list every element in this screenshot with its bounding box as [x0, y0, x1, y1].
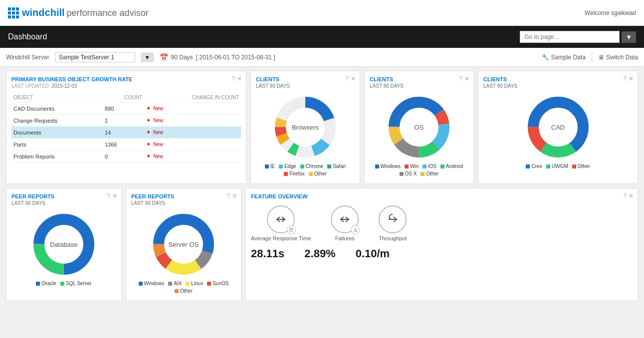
switch-data-button[interactable]: 🖥 Switch Data	[598, 54, 638, 61]
logo-subtitle: performance advisor	[67, 8, 149, 18]
help-icon-browsers[interactable]: ?	[345, 75, 349, 82]
cad-legend: CreoUWGMOther	[526, 164, 590, 169]
legend-item: IE	[265, 164, 275, 169]
feature-items: ⏱ Average Response Time ⚠ Failures Throu…	[251, 205, 633, 241]
col-change: CHANGE IN COUNT	[144, 93, 241, 103]
goto-input[interactable]	[520, 31, 620, 43]
new-star-icon: ✦	[146, 129, 151, 135]
browsers-donut: Browsers	[273, 95, 338, 160]
close-icon-browsers[interactable]: ✕	[351, 75, 356, 82]
db-legend: OracleSQL Server	[36, 281, 91, 286]
object-change: ✦ New	[144, 151, 241, 163]
object-count: 0	[103, 151, 144, 163]
legend-item: OS X	[400, 171, 417, 176]
feature-item-label: Failures	[335, 235, 355, 241]
clients-cad-panel: ? ✕ CLIENTS LAST 90 DAYS CAD CreoUWGMOth…	[478, 71, 638, 184]
feature-item-value: 2.89%	[304, 247, 335, 260]
legend-item: SQL Server	[60, 281, 92, 286]
table-row: CAD Documents 890 ✦ New	[11, 103, 241, 115]
new-badge: New	[153, 118, 163, 123]
new-badge: New	[153, 142, 163, 147]
os-legend: WindowsWiniOSAndroidOS XOther	[370, 164, 468, 176]
logo-area: windchill performance advisor	[8, 7, 149, 18]
clients-browsers-subtitle: LAST 90 DAYS	[256, 83, 355, 89]
object-count: 14	[103, 127, 144, 139]
os-donut-container: OS WindowsWiniOSAndroidOS XOther	[370, 93, 468, 178]
legend-item: Firefox	[284, 171, 305, 176]
os-donut: OS	[387, 95, 451, 160]
feature-item: ⏱ Average Response Time	[251, 205, 311, 241]
db-donut-container: Database OracleSQL Server	[11, 210, 116, 288]
sos-legend: WindowsAIXLinuxSunOSOther	[131, 281, 236, 294]
feature-item-label: Throughput	[379, 235, 407, 241]
legend-item: Linux	[186, 281, 203, 286]
object-change: ✦ New	[144, 115, 241, 127]
peer-sos-title: PEER REPORTS	[131, 193, 236, 199]
sos-donut-container: Server OS WindowsAIXLinuxSunOSOther	[131, 210, 236, 296]
legend-item: Safari	[327, 164, 346, 169]
cad-donut-container: CAD CreoUWGMOther	[483, 93, 633, 171]
avg-response-icon: ⏱	[267, 205, 295, 233]
close-icon-cad[interactable]: ✕	[629, 75, 634, 82]
peer-db-subtitle: LAST 90 DAYS	[11, 200, 116, 206]
growth-table: OBJECT COUNT CHANGE IN COUNT CAD Documen…	[11, 93, 241, 163]
help-icon-feature[interactable]: ?	[623, 192, 627, 199]
legend-item: Creo	[526, 164, 542, 169]
close-icon-db[interactable]: ✕	[112, 192, 117, 199]
legend-item: iOS	[423, 164, 436, 169]
feature-values: 28.11s2.89%0.10/m	[251, 247, 633, 260]
clients-os-subtitle: LAST 90 DAYS	[370, 83, 468, 89]
primary-growth-panel: ? ✕ PRIMARY BUSINESS OBJECT GROWTH RATE …	[6, 71, 246, 184]
legend-item: Other	[175, 288, 193, 294]
help-icon-sos[interactable]: ?	[226, 192, 230, 199]
clients-cad-title: CLIENTS	[483, 76, 633, 82]
clients-os-title: CLIENTS	[370, 76, 468, 82]
object-change: ✦ New	[144, 103, 241, 115]
goto-dropdown-button[interactable]: ▼	[622, 31, 636, 43]
server-name-input[interactable]	[55, 52, 135, 62]
browsers-donut-container: Browsers IEEdgeChromeSafariFirefoxOther	[256, 93, 355, 178]
close-icon-os[interactable]: ✕	[464, 75, 469, 82]
new-badge: New	[153, 106, 163, 111]
object-name: Documents	[11, 127, 103, 139]
clients-browsers-title: CLIENTS	[256, 76, 355, 82]
feature-item-value: 0.10/m	[356, 247, 390, 260]
close-icon-sos[interactable]: ✕	[232, 192, 237, 199]
feature-title: FEATURE OVERVIEW	[251, 193, 633, 199]
object-count: 1366	[103, 139, 144, 151]
help-icon-db[interactable]: ?	[107, 192, 110, 199]
feature-overview-panel: ? ✕ FEATURE OVERVIEW ⏱ Average Response …	[245, 188, 638, 301]
legend-item: Windows	[375, 164, 401, 169]
calendar-icon: 📅	[160, 53, 168, 61]
help-icon-os[interactable]: ?	[459, 75, 462, 82]
legend-item: Other	[421, 171, 438, 176]
peer-serveros-panel: ? ✕ PEER REPORTS LAST 90 DAYS Server OS …	[126, 188, 241, 301]
new-star-icon: ✦	[146, 105, 151, 111]
server-label: Windchill Server	[6, 54, 49, 61]
failures-icon: ⚠	[331, 205, 359, 233]
server-dropdown-button[interactable]: ▼	[141, 53, 154, 62]
help-icon-cad[interactable]: ?	[623, 75, 627, 82]
warn-badge-icon: ⚠	[351, 225, 360, 234]
legend-item: Win	[405, 164, 419, 169]
col-object: OBJECT	[11, 93, 103, 103]
wrench-icon: 🔧	[542, 54, 549, 61]
col-count: COUNT	[103, 93, 144, 103]
legend-item: Oracle	[36, 281, 56, 286]
table-row: Parts 1366 ✦ New	[11, 139, 241, 151]
feature-item: Throughput	[379, 205, 407, 241]
clients-cad-subtitle: LAST 90 DAYS	[483, 83, 633, 89]
toolbar-divider	[592, 52, 592, 62]
table-row: Problem Reports 0 ✦ New	[11, 151, 241, 163]
object-name: CAD Documents	[11, 103, 103, 115]
peer-db-title: PEER REPORTS	[11, 193, 116, 199]
feature-item: ⚠ Failures	[331, 205, 359, 241]
close-icon-feature[interactable]: ✕	[629, 192, 634, 199]
legend-item: SunOS	[207, 281, 228, 286]
new-star-icon: ✦	[146, 117, 151, 123]
object-name: Parts	[11, 139, 103, 151]
help-icon[interactable]: ?	[231, 75, 235, 82]
sample-data-area: 🔧 Sample Data	[542, 54, 586, 61]
clock-badge-icon: ⏱	[287, 225, 296, 234]
close-icon[interactable]: ✕	[237, 75, 242, 82]
